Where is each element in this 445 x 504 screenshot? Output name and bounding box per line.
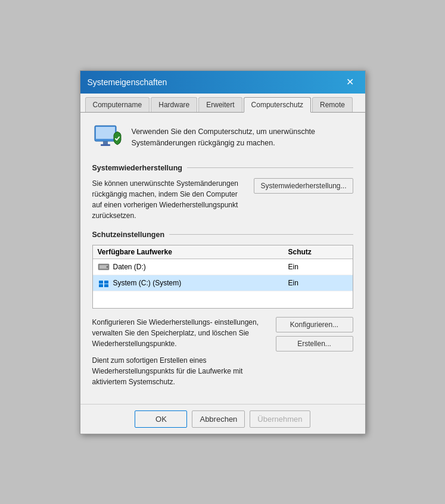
drive-name-system: System (C:) (System) bbox=[98, 278, 288, 288]
protection-status-daten: Ein bbox=[288, 263, 348, 271]
tab-remote[interactable]: Remote bbox=[312, 97, 353, 112]
section-divider-2 bbox=[169, 234, 353, 235]
configure-text: Konfigurieren Sie Wiederherstellungs- ei… bbox=[92, 317, 270, 349]
svg-rect-10 bbox=[104, 284, 108, 287]
svg-rect-2 bbox=[103, 141, 108, 144]
system-properties-dialog: Systemeigenschaften ✕ Computername Hardw… bbox=[80, 70, 366, 434]
ok-button[interactable]: OK bbox=[135, 410, 187, 428]
protection-header: Schutzeinstellungen bbox=[92, 231, 353, 239]
svg-rect-8 bbox=[104, 281, 108, 284]
protection-status-system: Ein bbox=[288, 279, 348, 287]
configure-create-texts: Konfigurieren Sie Wiederherstellungs- ei… bbox=[92, 317, 270, 387]
section-divider-1 bbox=[187, 167, 353, 168]
info-text: Verwenden Sie den Computerschutz, um une… bbox=[132, 126, 353, 148]
protection-section: Schutzeinstellungen Verfügbare Laufwerke… bbox=[92, 231, 353, 387]
tab-hardware[interactable]: Hardware bbox=[151, 97, 197, 112]
svg-rect-9 bbox=[99, 284, 103, 287]
system-restore-description: Sie können unerwünschte Systemänderungen… bbox=[92, 178, 248, 221]
col-header-protection: Schutz bbox=[288, 248, 348, 256]
system-restore-header: Systemwiederherstellung bbox=[92, 164, 353, 172]
system-restore-area: Sie können unerwünschte Systemänderungen… bbox=[92, 178, 353, 221]
protection-label: Schutzeinstellungen bbox=[92, 231, 165, 239]
svg-rect-3 bbox=[101, 144, 110, 146]
apply-button[interactable]: Übernehmen bbox=[250, 410, 310, 428]
tabs-bar: Computername Hardware Erweitert Computer… bbox=[80, 94, 365, 113]
svg-rect-1 bbox=[96, 127, 115, 139]
cancel-button[interactable]: Abbrechen bbox=[192, 410, 245, 428]
create-button[interactable]: Erstellen... bbox=[276, 336, 353, 351]
drives-table: Verfügbare Laufwerke Schutz Daten (D:) E… bbox=[92, 245, 353, 309]
action-buttons-area: Konfigurieren Sie Wiederherstellungs- ei… bbox=[92, 317, 353, 387]
configure-button[interactable]: Konfigurieren... bbox=[276, 317, 353, 332]
drive-name-daten: Daten (D:) bbox=[98, 262, 288, 272]
table-spacer bbox=[93, 291, 353, 308]
title-bar: Systemeigenschaften ✕ bbox=[80, 71, 365, 94]
svg-rect-7 bbox=[99, 281, 103, 284]
col-header-drive: Verfügbare Laufwerke bbox=[98, 248, 288, 256]
close-button[interactable]: ✕ bbox=[343, 76, 358, 89]
windows-drive-icon bbox=[98, 278, 110, 288]
svg-point-6 bbox=[106, 266, 108, 267]
system-restore-button[interactable]: Systemwiederherstellung... bbox=[254, 178, 353, 194]
tab-computerschutz[interactable]: Computerschutz bbox=[244, 97, 311, 113]
tab-erweitert[interactable]: Erweitert bbox=[198, 97, 242, 112]
drives-table-header: Verfügbare Laufwerke Schutz bbox=[93, 245, 353, 259]
table-row[interactable]: Daten (D:) Ein bbox=[93, 259, 353, 275]
system-restore-label: Systemwiederherstellung bbox=[92, 164, 182, 172]
configure-create-buttons: Konfigurieren... Erstellen... bbox=[276, 317, 353, 351]
dialog-footer: OK Abbrechen Übernehmen bbox=[80, 404, 365, 434]
dialog-title: Systemeigenschaften bbox=[88, 77, 167, 87]
table-row[interactable]: System (C:) (System) Ein bbox=[93, 275, 353, 291]
tab-content: Verwenden Sie den Computerschutz, um une… bbox=[80, 113, 365, 404]
info-section: Verwenden Sie den Computerschutz, um une… bbox=[92, 122, 353, 153]
tab-computername[interactable]: Computername bbox=[85, 97, 150, 112]
drive-icon bbox=[98, 262, 110, 272]
computer-protection-icon bbox=[92, 122, 123, 153]
create-text: Dient zum sofortigen Erstellen eines Wie… bbox=[92, 355, 270, 387]
